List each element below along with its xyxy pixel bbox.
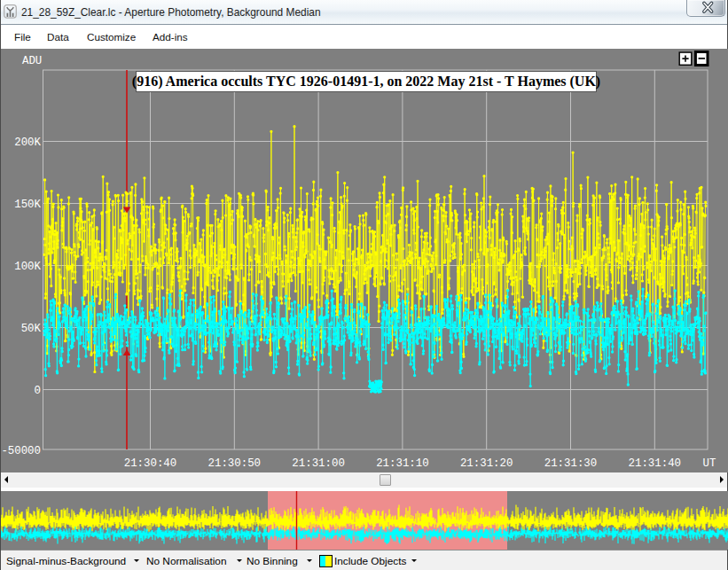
svg-text:100K: 100K bbox=[14, 261, 41, 273]
svg-text:0: 0 bbox=[35, 385, 41, 397]
svg-text:21:30:40: 21:30:40 bbox=[124, 457, 177, 470]
svg-text:21:30:50: 21:30:50 bbox=[208, 457, 262, 470]
svg-text:150K: 150K bbox=[14, 199, 41, 211]
svg-text:50K: 50K bbox=[21, 323, 42, 335]
svg-text:ADU: ADU bbox=[22, 55, 42, 67]
svg-text:21:31:20: 21:31:20 bbox=[460, 457, 513, 470]
svg-text:UT: UT bbox=[703, 457, 716, 470]
svg-text:21:31:00: 21:31:00 bbox=[292, 457, 345, 470]
svg-text:21:31:10: 21:31:10 bbox=[376, 457, 429, 470]
svg-text:(916) America occults TYC 1926: (916) America occults TYC 1926-01491-1, … bbox=[132, 74, 600, 90]
svg-text:21:31:30: 21:31:30 bbox=[544, 457, 598, 470]
svg-text:-50000: -50000 bbox=[1, 445, 41, 457]
svg-text:200K: 200K bbox=[14, 137, 41, 149]
svg-text:21:31:40: 21:31:40 bbox=[629, 457, 682, 470]
